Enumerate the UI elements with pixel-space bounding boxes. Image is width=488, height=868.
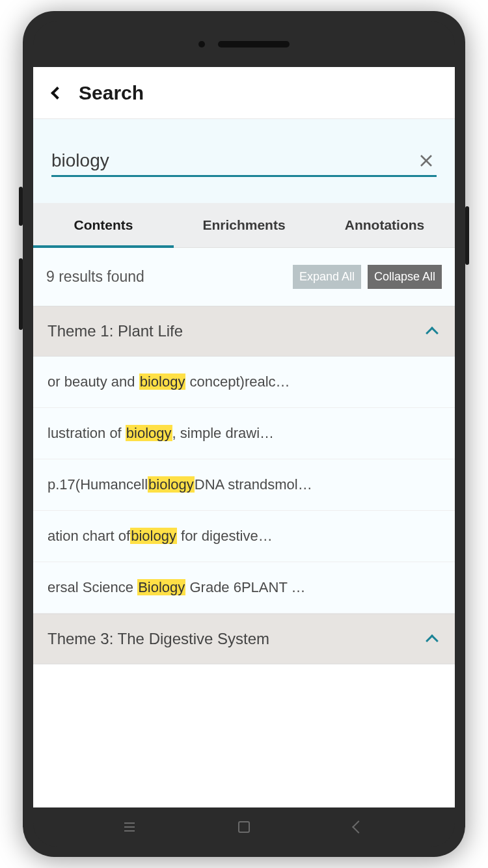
nav-home-button[interactable] [236,819,252,835]
volume-down-button [19,258,23,330]
app-header: Search [33,67,455,119]
chevron-left-icon [352,821,365,834]
tab-contents[interactable]: Contents [33,203,174,247]
device-top-bar [33,21,455,67]
square-icon [238,821,250,833]
result-snippet-post: for digestive… [177,528,273,544]
expand-collapse-group: Expand All Collapse All [293,265,442,289]
result-highlight: biology [130,528,177,544]
collapse-all-button[interactable]: Collapse All [368,265,442,289]
results-count-label: 9 results found [46,268,144,286]
result-row[interactable]: p.17(HumancellbiologyDNA strandsmol… [33,459,455,511]
back-button[interactable] [49,88,62,98]
device-nav-bar [33,807,455,847]
nav-menu-button[interactable] [121,819,138,835]
section-header[interactable]: Theme 1: Plant Life [33,306,455,357]
result-row[interactable]: or beauty and biology concept)realc… [33,357,455,408]
section-title: Theme 1: Plant Life [47,322,183,340]
result-snippet-pre: p.17(Humancell [47,476,148,493]
app-screen: Search Contents Enrichments [33,67,455,807]
result-row[interactable]: ation chart ofbiology for digestive… [33,511,455,562]
search-area [33,119,455,203]
speaker-icon [218,41,290,47]
chevron-up-icon [426,634,439,647]
volume-up-button [19,187,23,226]
chevron-up-icon [426,327,439,340]
section-title: Theme 3: The Digestive System [47,630,269,648]
chevron-left-icon [51,87,64,100]
search-input[interactable] [51,150,416,171]
clear-search-button[interactable] [416,152,437,170]
result-row[interactable]: lustration of biology, simple drawi… [33,408,455,459]
result-snippet-post: , simple drawi… [172,425,274,441]
page-title: Search [79,82,144,104]
device-frame: Search Contents Enrichments [23,11,465,857]
result-highlight: biology [139,373,186,390]
tabs: Contents Enrichments Annotations [33,203,455,248]
camera-icon [198,41,205,47]
menu-icon [124,822,135,832]
result-snippet-post: concept)realc… [185,373,290,390]
device-inner: Search Contents Enrichments [33,21,455,847]
close-icon [420,154,433,167]
tab-enrichments[interactable]: Enrichments [174,203,314,247]
result-snippet-pre: ersal Science [47,579,137,595]
nav-back-button[interactable] [350,819,367,835]
result-snippet-pre: or beauty and [47,373,139,390]
result-highlight: biology [148,476,195,493]
tab-annotations[interactable]: Annotations [314,203,455,247]
results-list: Theme 1: Plant Lifeor beauty and biology… [33,306,455,664]
result-snippet-pre: lustration of [47,425,126,441]
result-highlight: biology [126,425,172,441]
results-bar: 9 results found Expand All Collapse All [33,248,455,306]
section-header[interactable]: Theme 3: The Digestive System [33,614,455,664]
expand-all-button[interactable]: Expand All [293,265,361,289]
result-snippet-pre: ation chart of [47,528,130,544]
power-button [465,206,469,265]
result-highlight: Biology [137,579,185,595]
search-field [51,150,437,177]
result-row[interactable]: ersal Science Biology Grade 6PLANT … [33,562,455,614]
result-snippet-post: DNA strandsmol… [195,476,312,493]
result-snippet-post: Grade 6PLANT … [185,579,305,595]
